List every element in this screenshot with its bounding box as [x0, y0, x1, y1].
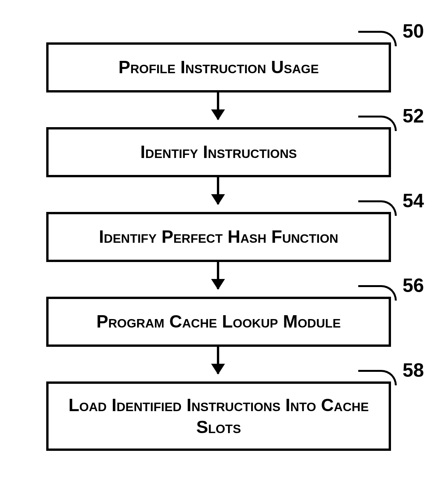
- flow-step-56: Program Cache Lookup Module: [46, 297, 391, 347]
- leader-56: [358, 285, 397, 301]
- flow-step-50-label: Profile Instruction Usage: [118, 56, 319, 79]
- leader-58: [358, 370, 397, 385]
- arrow-56-58: [217, 347, 219, 374]
- flow-step-50: Profile Instruction Usage: [46, 42, 391, 92]
- ref-52: 52: [403, 105, 424, 127]
- leader-54: [358, 200, 397, 216]
- ref-56: 56: [403, 274, 424, 297]
- arrow-52-54: [217, 177, 219, 204]
- flow-step-58: Load Identified Instructions Into Cache …: [46, 381, 391, 451]
- flowchart-canvas: Profile Instruction Usage 50 Identify In…: [0, 0, 443, 504]
- arrow-54-56: [217, 262, 219, 289]
- flow-step-52-label: Identify Instructions: [140, 141, 297, 163]
- ref-54: 54: [403, 190, 424, 212]
- flow-step-56-label: Program Cache Lookup Module: [96, 311, 341, 333]
- leader-52: [358, 116, 397, 131]
- flow-step-58-label: Load Identified Instructions Into Cache …: [56, 394, 381, 438]
- flow-step-52: Identify Instructions: [46, 127, 391, 177]
- ref-50: 50: [403, 20, 424, 42]
- ref-58: 58: [403, 359, 424, 381]
- flow-step-54-label: Identify Perfect Hash Function: [99, 226, 338, 248]
- flow-step-54: Identify Perfect Hash Function: [46, 212, 391, 262]
- leader-50: [358, 31, 397, 46]
- arrow-50-52: [217, 92, 219, 119]
